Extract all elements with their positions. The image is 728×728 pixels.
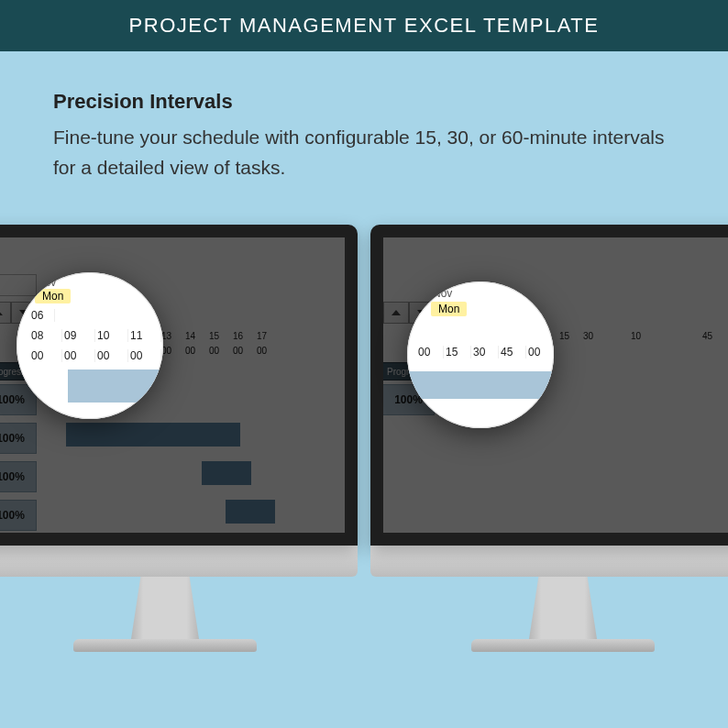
mag-cell: 45 [499,346,526,358]
progress-column: 100% 100% 100% 100% 100% [0,384,37,533]
mag-day: Mon [35,289,71,303]
progress-cell: 100% [0,461,37,492]
hour-cell: 45 [702,331,726,344]
mag-cell: 00 [95,349,128,362]
progress-cell: 100% [0,423,37,454]
mag-cell: 00 [29,349,62,362]
mag-day: Mon [431,302,467,316]
hour-cell [655,331,678,344]
hour-cell: 17 [257,331,281,344]
monitor-left: 0 Nov Mon 08 09 10 11 12 13 14 [0,225,358,652]
minute-cell: 00 [233,346,257,358]
magnifier-right: Nov Mon 00 15 30 45 00 [407,281,554,428]
copy-title: Precision Intervals [53,86,675,117]
screen-bezel: Nov Mon 00 00 15 30 10 45 [370,225,728,546]
gantt-bar [66,423,240,447]
mag-cell: 00 [62,349,95,362]
mag-cell: 09 [62,329,95,342]
monitor-base [73,639,257,652]
mag-cell: 00 [416,346,444,358]
minute-cell: 00 [161,346,185,358]
hour-cell: 30 [583,331,607,344]
magnifier-left: Nov Mon 06 08 09 10 11 00 00 00 [17,272,163,419]
banner-title: PROJECT MANAGEMENT EXCEL TEMPLATE [129,14,600,38]
mag-cell: 00 [128,349,161,362]
minute-cell: 00 [185,346,209,358]
mag-cell: 00 [526,346,554,358]
mag-cell: 30 [471,346,499,358]
monitor-chin [370,546,728,577]
spin-up-1[interactable] [0,302,11,324]
hour-cell: 15 [559,331,583,344]
minute-cell: 00 [209,346,233,358]
mag-cell: 06 [29,309,55,322]
mag-cell: 10 [95,329,128,342]
progress-cell: 100% [0,500,37,531]
monitors: 0 Nov Mon 08 09 10 11 12 13 14 [0,225,728,728]
hour-cell: 14 [185,331,209,344]
spin-up-2[interactable] [383,302,409,324]
hour-cell [607,331,631,344]
hour-cell [678,331,702,344]
monitor-neck [131,577,199,639]
input-cell[interactable]: 0 [0,274,37,296]
mag-cell: 11 [128,329,161,342]
marketing-copy: Precision Intervals Fine-tune your sched… [0,51,728,182]
monitor-neck [529,577,597,639]
hour-cell: 13 [161,331,185,344]
monitor-chin [0,546,358,577]
monitor-right: Nov Mon 00 00 15 30 10 45 [370,225,728,652]
mag-gantt-bar [407,371,554,399]
top-banner: PROJECT MANAGEMENT EXCEL TEMPLATE [0,0,728,51]
hour-cell: 16 [233,331,257,344]
screen-bezel: 0 Nov Mon 08 09 10 11 12 13 14 [0,225,358,546]
gantt-bar [226,500,275,524]
mag-cell: 08 [29,329,62,342]
hour-cell: 15 [209,331,233,344]
monitor-base [471,639,655,652]
gantt-bar [202,461,251,485]
copy-body: Fine-tune your schedule with configurabl… [53,123,675,182]
mag-cell: 15 [444,346,471,358]
minute-cell: 00 [257,346,281,358]
hour-cell: 10 [631,331,655,344]
